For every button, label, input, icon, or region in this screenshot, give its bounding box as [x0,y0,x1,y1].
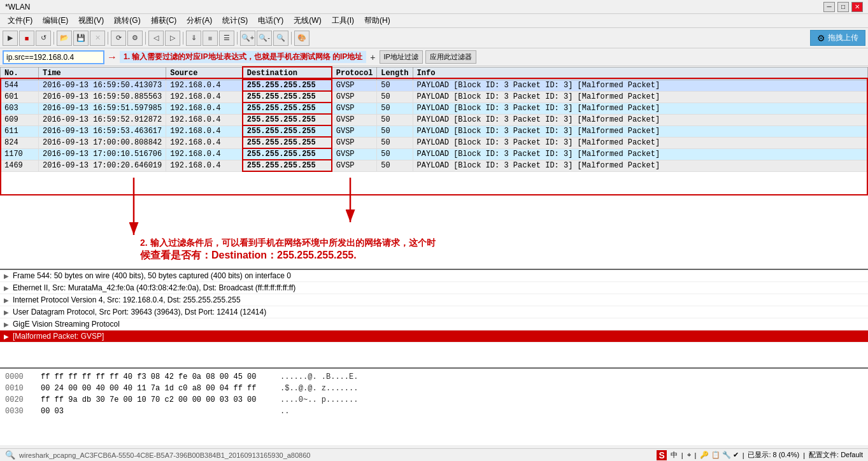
col-header-proto: Protocol [332,67,377,80]
filter-input[interactable] [3,50,104,64]
title-controls: ─ □ ✕ [823,2,863,12]
hex-section: 0000ff ff ff ff ff ff 40 f3 08 42 fe 0a … [0,369,868,445]
toolbar-zoomout-btn[interactable]: 🔍- [257,31,272,46]
detail-row[interactable]: ▶Frame 544: 50 bytes on wire (400 bits),… [0,270,868,282]
status-icons-group: 🔑 📋 🔧 ✔ [700,451,738,459]
close-button[interactable]: ✕ [851,2,863,12]
expand-arrow-icon: ▶ [4,273,9,280]
table-cell: 50 [377,91,413,103]
filter-bar: → 1. 输入需要过滤的对应IP地址表达式，也就是手机在测试网络 的IP地址 +… [0,48,868,66]
status-file-icon: 🔍 [5,450,15,460]
apply-filter-btn[interactable]: 应用此过滤器 [425,50,476,64]
toolbar-sep3 [145,32,146,45]
connect-upload-btn[interactable]: ⚙ 拖拽上传 [810,30,865,46]
toolbar-scroll-btn[interactable]: ⇓ [186,31,201,46]
status-display-count: 已显示: 8 (0.4%) [748,450,799,460]
hex-row: 003000 03.. [5,406,863,417]
toolbar-stop-btn[interactable]: ■ [19,31,34,46]
table-cell: 2016-09-13 16:59:53.463617 [39,125,166,137]
main-area: No. Time Source Destination Protocol Len… [0,66,868,448]
detail-row[interactable]: ▶[Malformed Packet: GVSP] [0,330,868,343]
table-cell: 609 [1,114,39,125]
col-header-info: Info [413,67,867,80]
maximize-button[interactable]: □ [837,2,849,12]
toolbar-restart-btn[interactable]: ↺ [36,31,51,46]
table-cell: 544 [1,80,39,91]
menu-item[interactable]: 文件(F) [3,14,38,27]
table-row[interactable]: 6092016-09-13 16:59:52.912872192.168.0.4… [1,114,868,125]
menu-item[interactable]: 跳转(G) [109,14,145,27]
table-cell: 192.168.0.4 [166,80,243,91]
toolbar-reload-btn[interactable]: ⟳ [111,31,126,46]
detail-row[interactable]: ▶GigE Vision Streaming Protocol [0,318,868,330]
table-cell: 192.168.0.4 [166,148,243,160]
hex-bytes: 00 24 00 00 40 00 40 11 7a 1d c0 a8 00 0… [41,383,270,394]
toolbar-close-btn[interactable]: ✕ [90,31,105,46]
table-row[interactable]: 8242016-09-13 17:00:00.808842192.168.0.4… [1,137,868,148]
menu-bar: 文件(F)编辑(E)视图(V)跳转(G)捕获(C)分析(A)统计(S)电话(Y)… [0,14,868,28]
detail-row[interactable]: ▶Ethernet II, Src: MurataMa_42:fe:0a (40… [0,282,868,294]
toolbar-back-btn[interactable]: ◁ [148,31,164,46]
table-cell: 2016-09-13 17:00:00.808842 [39,137,166,148]
minimize-button[interactable]: ─ [823,2,835,12]
toolbar-start-btn[interactable]: ▶ [3,31,18,46]
detail-row[interactable]: ▶Internet Protocol Version 4, Src: 192.1… [0,294,868,306]
table-cell: 255.255.255.255 [243,160,332,171]
detail-section: ▶Frame 544: 50 bytes on wire (400 bits),… [0,270,868,369]
table-cell: 2016-09-13 16:59:50.885563 [39,91,166,103]
table-cell: 192.168.0.4 [166,125,243,137]
toolbar-prefs-btn[interactable]: ⚙ [127,31,143,46]
menu-item[interactable]: 编辑(E) [38,14,73,27]
status-sep2: | [695,451,697,459]
toolbar-sep5 [237,32,238,45]
filter-annotation-text: 1. 输入需要过滤的对应IP地址表达式，也就是手机在测试网络 的IP地址 [120,51,366,63]
menu-item[interactable]: 无线(W) [288,14,326,27]
table-row[interactable]: 6032016-09-13 16:59:51.597985192.168.0.4… [1,103,868,114]
table-cell: PAYLOAD [Block ID: 3 Packet ID: 3] [Malf… [413,125,867,137]
table-cell: GVSP [332,125,377,137]
table-cell: 192.168.0.4 [166,137,243,148]
table-cell: 50 [377,103,413,114]
menu-item[interactable]: 工具(I) [327,14,359,27]
status-lang-icon: S [657,450,666,460]
toolbar-open-btn[interactable]: 📂 [57,31,72,46]
hex-row: 0000ff ff ff ff ff ff 40 f3 08 42 fe 0a … [5,371,863,383]
table-row[interactable]: 14692016-09-13 17:00:20.646019192.168.0.… [1,160,868,171]
detail-row[interactable]: ▶User Datagram Protocol, Src Port: 39643… [0,306,868,318]
table-row[interactable]: 11702016-09-13 17:00:10.516706192.168.0.… [1,148,868,160]
col-header-source: Source [166,67,243,80]
ip-filter-btn[interactable]: IP地址过滤 [380,50,423,64]
packet-table-wrapper: No. Time Source Destination Protocol Len… [0,66,868,269]
toolbar-sep6 [291,32,292,45]
table-row[interactable]: 5442016-09-13 16:59:50.413073192.168.0.4… [1,80,868,91]
toolbar-zoomin-btn[interactable]: 🔍+ [240,31,255,46]
toolbar-fwd-btn[interactable]: ▷ [165,31,180,46]
col-header-no: No. [1,67,39,80]
detail-text: GigE Vision Streaming Protocol [13,320,120,329]
detail-text: Internet Protocol Version 4, Src: 192.16… [13,295,241,304]
table-cell: 1469 [1,160,39,171]
expand-arrow-icon: ▶ [4,333,9,340]
expand-arrow-icon: ▶ [4,321,9,328]
menu-item[interactable]: 捕获(C) [146,14,182,27]
table-cell: 255.255.255.255 [243,114,332,125]
hex-rows-container: 0000ff ff ff ff ff ff 40 f3 08 42 fe 0a … [5,371,863,417]
table-row[interactable]: 6012016-09-13 16:59:50.885563192.168.0.4… [1,91,868,103]
menu-item[interactable]: 分析(A) [181,14,217,27]
toolbar-detail-btn[interactable]: ☰ [219,31,234,46]
menu-item[interactable]: 统计(S) [217,14,253,27]
expand-arrow-icon: ▶ [4,285,9,292]
table-row[interactable]: 6112016-09-13 16:59:53.463617192.168.0.4… [1,125,868,137]
table-cell: 255.255.255.255 [243,148,332,160]
menu-item[interactable]: 电话(Y) [253,14,288,27]
table-cell: PAYLOAD [Block ID: 3 Packet ID: 3] [Malf… [413,160,867,171]
menu-item[interactable]: 帮助(H) [359,14,395,27]
packet-tbody: 5442016-09-13 16:59:50.413073192.168.0.4… [1,80,868,171]
toolbar-save-btn[interactable]: 💾 [73,31,89,46]
menu-item[interactable]: 视图(V) [73,14,109,27]
packet-section: No. Time Source Destination Protocol Len… [0,66,868,270]
table-cell: 255.255.255.255 [243,103,332,114]
toolbar-color-btn[interactable]: 🎨 [294,31,309,46]
toolbar-list-btn[interactable]: ≡ [203,31,218,46]
toolbar-normal-btn[interactable]: 🔍 [273,31,288,46]
